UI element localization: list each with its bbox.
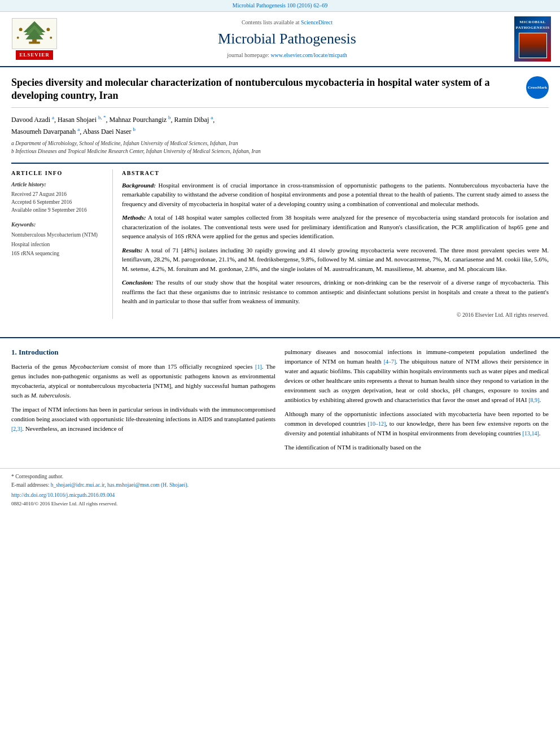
methods-para: Methods: A total of 148 hospital water s…	[122, 213, 549, 241]
background-label: Background:	[122, 182, 156, 189]
elsevier-wordmark: ELSEVIER	[16, 50, 53, 60]
available-date: Available online 9 September 2016	[11, 206, 106, 214]
journal-title: Microbial Pathogenesis	[65, 29, 509, 49]
svg-point-6	[19, 28, 23, 31]
conclusion-text: The results of our study show that the h…	[122, 279, 549, 304]
results-text: A total of 71 [48%] isolates including 3…	[122, 247, 549, 272]
abstract-label: ABSTRACT	[122, 169, 549, 177]
journal-citation: Microbial Pathogenesis 100 (2016) 62–69	[0, 0, 560, 12]
received-date: Received 27 August 2016	[11, 190, 106, 198]
footnotes: * Corresponding author. E-mail addresses…	[0, 468, 560, 512]
conclusion-label: Conclusion:	[122, 279, 154, 286]
crossmark-badge[interactable]: CrossMark	[526, 76, 549, 99]
copyright-line: © 2016 Elsevier Ltd. All rights reserved…	[122, 311, 549, 319]
affiliation-a: a Department of Microbiology, School of …	[11, 139, 549, 147]
article-content: Species diversity and molecular characte…	[0, 67, 560, 328]
intro-right-para-2: Although many of the opportunistic infec…	[285, 409, 549, 438]
affiliation-b: b Infectious Diseases and Tropical Medic…	[11, 147, 549, 155]
article-title: Species diversity and molecular characte…	[11, 76, 526, 103]
svg-point-8	[17, 37, 19, 39]
article-title-section: Species diversity and molecular characte…	[11, 76, 549, 108]
intro-heading: 1. Introduction	[11, 347, 275, 357]
cover-graphic	[519, 33, 547, 58]
background-text: Hospital environment is of crucial impor…	[122, 182, 549, 207]
article-info-column: ARTICLE INFO Article history: Received 2…	[11, 169, 113, 319]
keyword-ntm: Nontuberculous Mycobacterium (NTM)	[11, 230, 106, 239]
methods-label: Methods:	[122, 214, 146, 221]
authors-list: Davood Azadi a, Hasan Shojaei b, *, Mahn…	[11, 113, 549, 137]
results-para: Results: A total of 71 [48%] isolates in…	[122, 246, 549, 274]
doi-link[interactable]: http://dx.doi.org/10.1016/j.micpath.2016…	[11, 492, 115, 498]
journal-center-info: Contents lists available at ScienceDirec…	[65, 19, 509, 59]
intro-right-column: pulmonary diseases and nosocomial infect…	[285, 347, 549, 457]
affiliations: a Department of Microbiology, School of …	[11, 139, 549, 156]
introduction-section: 1. Introduction Bacteria of the genus My…	[0, 347, 560, 468]
intro-right-para-1: pulmonary diseases and nosocomial infect…	[285, 347, 549, 405]
elsevier-tree-image	[12, 18, 57, 49]
results-label: Results:	[122, 247, 143, 254]
email-note: E-mail addresses: h_shojaei@idrc.mui.ac.…	[11, 482, 549, 489]
issn-line: 0882-4010/© 2016 Elsevier Ltd. All right…	[11, 500, 549, 508]
accepted-date: Accepted 6 September 2016	[11, 198, 106, 206]
svg-point-9	[50, 37, 52, 39]
contents-available: Contents lists available at ScienceDirec…	[65, 19, 509, 27]
journal-cover-image: MICROBIAL PATHOGENESIS	[514, 16, 551, 62]
journal-header: ELSEVIER Contents lists available at Sci…	[0, 12, 560, 67]
keyword-hospital: Hospital infection	[11, 240, 106, 249]
article-info-label: ARTICLE INFO	[11, 169, 106, 177]
article-body: ARTICLE INFO Article history: Received 2…	[11, 163, 549, 319]
keyword-rrna: 16S rRNA sequencing	[11, 249, 106, 258]
keywords-section: Keywords: Nontuberculous Mycobacterium (…	[11, 221, 106, 257]
abstract-column: ABSTRACT Background: Hospital environmen…	[122, 169, 549, 319]
methods-text: A total of 148 hospital water samples co…	[122, 214, 549, 239]
abstract-text: Background: Hospital environment is of c…	[122, 181, 549, 319]
journal-homepage-link[interactable]: www.elsevier.com/locate/micpath	[270, 52, 347, 58]
article-history: Article history: Received 27 August 2016…	[11, 181, 106, 215]
email-link[interactable]: h_shojaei@idrc.mui.ac.ir, has.mshojaei@m…	[51, 482, 189, 488]
background-para: Background: Hospital environment is of c…	[122, 181, 549, 209]
doi-line: http://dx.doi.org/10.1016/j.micpath.2016…	[11, 492, 549, 499]
intro-para-1: Bacteria of the genus Mycobacterium cons…	[11, 362, 275, 400]
intro-right-para-3: The identification of NTM is traditional…	[285, 443, 549, 452]
elsevier-logo: ELSEVIER	[9, 18, 60, 60]
conclusion-para: Conclusion: The results of our study sho…	[122, 278, 549, 306]
svg-point-7	[46, 28, 50, 31]
corresponding-note: * Corresponding author.	[11, 473, 549, 480]
journal-homepage: journal homepage: www.elsevier.com/locat…	[65, 51, 509, 59]
sciencedirect-link[interactable]: ScienceDirect	[301, 19, 333, 25]
intro-left-column: 1. Introduction Bacteria of the genus My…	[11, 347, 275, 457]
section-divider	[0, 337, 560, 338]
intro-para-2: The impact of NTM infections has been in…	[11, 405, 275, 434]
